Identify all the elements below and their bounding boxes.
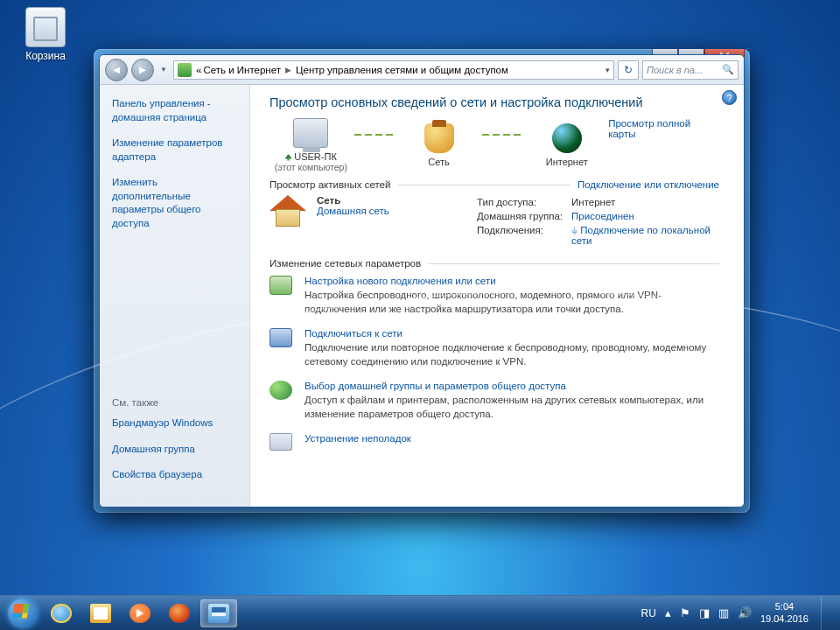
task-setup-desc: Настройка беспроводного, широкополосного… xyxy=(304,289,719,316)
taskbar-explorer[interactable] xyxy=(82,599,119,627)
tray-network-icon[interactable]: ▥ xyxy=(718,606,729,620)
map-pc-sublabel: (этот компьютер) xyxy=(275,162,347,172)
map-node-internet[interactable]: Интернет xyxy=(525,123,608,167)
homegroup-link[interactable]: Присоединен xyxy=(571,211,634,221)
see-also-heading: См. также xyxy=(112,397,237,408)
start-button[interactable] xyxy=(5,596,40,631)
location-icon xyxy=(178,63,192,77)
map-net-label: Сеть xyxy=(428,157,449,167)
task-item: Выбор домашней группы и параметров общег… xyxy=(270,381,719,421)
chevron-down-icon[interactable]: ▾ xyxy=(606,66,610,74)
task-setup-link[interactable]: Настройка нового подключения или сети xyxy=(304,276,496,286)
map-connector xyxy=(354,134,396,136)
tray-clock[interactable]: 5:04 19.04.2016 xyxy=(760,601,808,624)
recycle-bin-label: Корзина xyxy=(14,50,77,62)
nav-bar: ◄ ► ▼ « Сеть и Интернет ▶ Центр управлен… xyxy=(100,55,744,85)
system-tray: RU ▴ ⚑ ◨ ▥ 🔊 5:04 19.04.2016 xyxy=(641,596,835,631)
map-node-pc[interactable]: ♣ USER-ПК (этот компьютер) xyxy=(270,118,353,172)
breadcrumb-prefix: « xyxy=(196,65,201,75)
task-troubleshoot-link[interactable]: Устранение неполадок xyxy=(304,433,411,444)
sidebar-link-cp-home[interactable]: Панель управления - домашняя страница xyxy=(112,97,237,124)
sidebar-link-homegroup[interactable]: Домашняя группа xyxy=(112,443,237,457)
troubleshoot-icon xyxy=(270,433,292,451)
nic-icon: ⏚ xyxy=(571,225,578,235)
recycle-bin[interactable]: Корзина xyxy=(14,7,77,62)
ie-icon xyxy=(51,604,72,623)
sidebar-link-browser[interactable]: Свойства браузера xyxy=(112,468,237,482)
control-panel-window: ◄ ► ▼ « Сеть и Интернет ▶ Центр управлен… xyxy=(99,54,745,508)
language-indicator[interactable]: RU xyxy=(641,607,656,620)
label-connections: Подключения: xyxy=(477,223,571,248)
taskbar-firefox[interactable] xyxy=(161,599,198,627)
active-net-name: Сеть xyxy=(317,195,389,206)
tray-time: 5:04 xyxy=(760,601,808,612)
pc-icon xyxy=(293,118,328,148)
refresh-button[interactable]: ↻ xyxy=(618,60,639,80)
sidebar-link-sharing[interactable]: Изменить дополнительные параметры общего… xyxy=(112,176,237,230)
active-net-type-link[interactable]: Домашняя сеть xyxy=(317,206,389,216)
taskbar-ie[interactable] xyxy=(43,599,80,627)
label-access: Тип доступа: xyxy=(477,195,571,209)
sidebar-link-firewall[interactable]: Брандмауэр Windows xyxy=(112,416,237,430)
network-icon xyxy=(424,123,454,153)
task-item: Настройка нового подключения или сети На… xyxy=(270,276,719,316)
connection-link[interactable]: Подключение по локальной сети xyxy=(571,225,710,246)
map-pc-label: ♣ USER-ПК xyxy=(285,151,337,162)
windows-logo-icon xyxy=(8,598,38,628)
recycle-bin-icon xyxy=(25,7,66,47)
history-dropdown[interactable]: ▼ xyxy=(158,59,170,81)
tray-action-center-icon[interactable]: ⚑ xyxy=(680,606,690,620)
connect-network-icon xyxy=(270,328,292,347)
chevron-right-icon: ▶ xyxy=(285,66,291,74)
homegroup-icon xyxy=(270,381,292,400)
taskbar-control-panel[interactable] xyxy=(200,599,237,627)
map-internet-label: Интернет xyxy=(546,157,588,167)
task-item: Подключиться к сети Подключение или повт… xyxy=(270,328,719,368)
help-icon[interactable]: ? xyxy=(722,90,737,105)
sidebar-link-adapter[interactable]: Изменение параметров адаптера xyxy=(112,136,237,164)
taskbar-media[interactable] xyxy=(122,599,158,627)
globe-icon xyxy=(552,123,582,153)
task-connect-link[interactable]: Подключиться к сети xyxy=(304,328,402,339)
taskbar: RU ▴ ⚑ ◨ ▥ 🔊 5:04 19.04.2016 xyxy=(0,595,840,630)
change-settings-heading: Изменение сетевых параметров xyxy=(270,258,421,269)
tray-show-hidden-icon[interactable]: ▴ xyxy=(665,606,671,620)
tray-date: 19.04.2016 xyxy=(760,613,808,625)
tray-volume-icon[interactable]: 🔊 xyxy=(738,606,752,620)
breadcrumb[interactable]: « Сеть и Интернет ▶ Центр управления сет… xyxy=(173,60,614,80)
show-desktop-button[interactable] xyxy=(821,596,831,631)
sidebar: Панель управления - домашняя страница Из… xyxy=(100,85,250,507)
full-map-link[interactable]: Просмотр полной карты xyxy=(608,118,719,139)
explorer-icon xyxy=(90,604,111,623)
map-node-network[interactable]: Сеть xyxy=(397,123,480,167)
breadcrumb-current[interactable]: Центр управления сетями и общим доступом xyxy=(296,65,508,75)
search-input[interactable]: Поиск в па... 🔍 xyxy=(642,60,738,80)
active-networks-heading: Просмотр активных сетей xyxy=(270,179,390,190)
forward-button[interactable]: ► xyxy=(131,59,154,81)
back-button[interactable]: ◄ xyxy=(105,59,128,81)
search-placeholder: Поиск в па... xyxy=(647,65,703,75)
connect-disconnect-link[interactable]: Подключение или отключение xyxy=(578,179,719,190)
label-homegroup: Домашняя группа: xyxy=(477,209,571,223)
media-player-icon xyxy=(130,604,150,623)
task-item: Устранение неполадок xyxy=(270,433,719,451)
value-access: Интернет xyxy=(571,195,719,209)
control-panel-icon xyxy=(208,604,229,623)
task-connect-desc: Подключение или повторное подключение к … xyxy=(304,341,719,368)
setup-connection-icon xyxy=(270,276,292,295)
tray-power-icon[interactable]: ◨ xyxy=(699,606,710,620)
task-homegroup-desc: Доступ к файлам и принтерам, расположенн… xyxy=(304,394,719,421)
map-connector xyxy=(482,134,523,136)
main-content: ? Просмотр основных сведений о сети и на… xyxy=(250,85,744,507)
search-icon: 🔍 xyxy=(722,64,734,75)
firefox-icon xyxy=(169,604,190,623)
house-icon xyxy=(270,195,306,227)
page-title: Просмотр основных сведений о сети и наст… xyxy=(270,95,719,109)
task-homegroup-link[interactable]: Выбор домашней группы и параметров общег… xyxy=(304,381,566,391)
breadcrumb-root[interactable]: Сеть и Интернет xyxy=(203,65,281,75)
